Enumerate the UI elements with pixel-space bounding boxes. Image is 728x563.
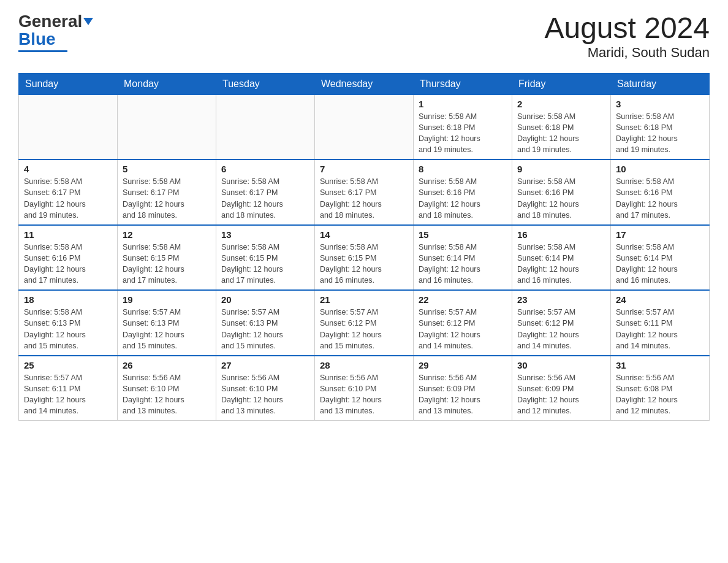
- day-info: Sunrise: 5:56 AM Sunset: 6:09 PM Dayligh…: [419, 372, 507, 417]
- day-info: Sunrise: 5:58 AM Sunset: 6:14 PM Dayligh…: [517, 242, 605, 286]
- calendar-cell: 24Sunrise: 5:57 AM Sunset: 6:11 PM Dayli…: [611, 290, 710, 356]
- calendar-cell: 17Sunrise: 5:58 AM Sunset: 6:14 PM Dayli…: [611, 225, 710, 291]
- day-number: 10: [616, 164, 704, 174]
- day-number: 19: [123, 294, 211, 305]
- weekday-header-wednesday: Wednesday: [315, 73, 414, 94]
- day-number: 2: [517, 99, 605, 109]
- calendar-cell: 20Sunrise: 5:57 AM Sunset: 6:13 PM Dayli…: [216, 290, 315, 356]
- day-info: Sunrise: 5:58 AM Sunset: 6:18 PM Dayligh…: [419, 111, 507, 156]
- calendar-cell: 31Sunrise: 5:56 AM Sunset: 6:08 PM Dayli…: [611, 356, 710, 421]
- calendar-cell: 5Sunrise: 5:58 AM Sunset: 6:17 PM Daylig…: [118, 159, 216, 225]
- calendar-cell: 1Sunrise: 5:58 AM Sunset: 6:18 PM Daylig…: [414, 94, 512, 159]
- day-info: Sunrise: 5:56 AM Sunset: 6:09 PM Dayligh…: [517, 372, 605, 417]
- day-number: 23: [517, 294, 605, 305]
- calendar-table: SundayMondayTuesdayWednesdayThursdayFrid…: [18, 73, 710, 421]
- day-number: 15: [419, 229, 507, 240]
- calendar-week-row: 18Sunrise: 5:58 AM Sunset: 6:13 PM Dayli…: [19, 290, 710, 356]
- calendar-cell: 25Sunrise: 5:57 AM Sunset: 6:11 PM Dayli…: [19, 356, 118, 421]
- logo-underline: [18, 50, 67, 52]
- day-info: Sunrise: 5:58 AM Sunset: 6:15 PM Dayligh…: [123, 242, 211, 286]
- day-number: 13: [221, 229, 309, 240]
- day-number: 25: [24, 360, 112, 370]
- calendar-cell: 19Sunrise: 5:57 AM Sunset: 6:13 PM Dayli…: [118, 290, 216, 356]
- calendar-cell: 28Sunrise: 5:56 AM Sunset: 6:10 PM Dayli…: [315, 356, 414, 421]
- page-header: General Blue August 2024 Maridi, South S…: [18, 12, 710, 61]
- calendar-cell: [19, 94, 118, 159]
- calendar-cell: 9Sunrise: 5:58 AM Sunset: 6:16 PM Daylig…: [512, 159, 611, 225]
- day-number: 26: [123, 360, 211, 370]
- calendar-cell: 10Sunrise: 5:58 AM Sunset: 6:16 PM Dayli…: [611, 159, 710, 225]
- calendar-cell: 30Sunrise: 5:56 AM Sunset: 6:09 PM Dayli…: [512, 356, 611, 421]
- day-info: Sunrise: 5:57 AM Sunset: 6:12 PM Dayligh…: [419, 307, 507, 351]
- day-info: Sunrise: 5:58 AM Sunset: 6:13 PM Dayligh…: [24, 307, 112, 351]
- weekday-header-sunday: Sunday: [19, 73, 118, 94]
- calendar-week-row: 11Sunrise: 5:58 AM Sunset: 6:16 PM Dayli…: [19, 225, 710, 291]
- month-title: August 2024: [544, 12, 710, 45]
- day-info: Sunrise: 5:58 AM Sunset: 6:16 PM Dayligh…: [616, 176, 704, 221]
- day-info: Sunrise: 5:58 AM Sunset: 6:17 PM Dayligh…: [24, 176, 112, 221]
- day-number: 9: [517, 164, 605, 174]
- calendar-cell: 13Sunrise: 5:58 AM Sunset: 6:15 PM Dayli…: [216, 225, 315, 291]
- day-number: 5: [123, 164, 211, 174]
- day-info: Sunrise: 5:57 AM Sunset: 6:12 PM Dayligh…: [517, 307, 605, 351]
- calendar-cell: 21Sunrise: 5:57 AM Sunset: 6:12 PM Dayli…: [315, 290, 414, 356]
- day-info: Sunrise: 5:57 AM Sunset: 6:12 PM Dayligh…: [320, 307, 408, 351]
- calendar-week-row: 4Sunrise: 5:58 AM Sunset: 6:17 PM Daylig…: [19, 159, 710, 225]
- calendar-cell: 22Sunrise: 5:57 AM Sunset: 6:12 PM Dayli…: [414, 290, 512, 356]
- logo: General Blue: [18, 12, 93, 52]
- day-number: 27: [221, 360, 309, 370]
- day-info: Sunrise: 5:58 AM Sunset: 6:16 PM Dayligh…: [24, 242, 112, 286]
- calendar-cell: [315, 94, 414, 159]
- day-number: 21: [320, 294, 408, 305]
- calendar-cell: 18Sunrise: 5:58 AM Sunset: 6:13 PM Dayli…: [19, 290, 118, 356]
- calendar-cell: 14Sunrise: 5:58 AM Sunset: 6:15 PM Dayli…: [315, 225, 414, 291]
- day-number: 31: [616, 360, 704, 370]
- day-info: Sunrise: 5:57 AM Sunset: 6:13 PM Dayligh…: [123, 307, 211, 351]
- day-info: Sunrise: 5:56 AM Sunset: 6:10 PM Dayligh…: [221, 372, 309, 417]
- day-number: 6: [221, 164, 309, 174]
- calendar-cell: 4Sunrise: 5:58 AM Sunset: 6:17 PM Daylig…: [19, 159, 118, 225]
- day-info: Sunrise: 5:58 AM Sunset: 6:15 PM Dayligh…: [221, 242, 309, 286]
- day-number: 7: [320, 164, 408, 174]
- calendar-cell: 6Sunrise: 5:58 AM Sunset: 6:17 PM Daylig…: [216, 159, 315, 225]
- day-info: Sunrise: 5:58 AM Sunset: 6:16 PM Dayligh…: [419, 176, 507, 221]
- day-info: Sunrise: 5:56 AM Sunset: 6:08 PM Dayligh…: [616, 372, 704, 417]
- day-number: 28: [320, 360, 408, 370]
- day-number: 22: [419, 294, 507, 305]
- day-info: Sunrise: 5:58 AM Sunset: 6:18 PM Dayligh…: [616, 111, 704, 156]
- day-info: Sunrise: 5:58 AM Sunset: 6:16 PM Dayligh…: [517, 176, 605, 221]
- day-info: Sunrise: 5:58 AM Sunset: 6:14 PM Dayligh…: [616, 242, 704, 286]
- day-info: Sunrise: 5:58 AM Sunset: 6:18 PM Dayligh…: [517, 111, 605, 156]
- calendar-cell: 16Sunrise: 5:58 AM Sunset: 6:14 PM Dayli…: [512, 225, 611, 291]
- day-number: 14: [320, 229, 408, 240]
- day-number: 8: [419, 164, 507, 174]
- day-number: 18: [24, 294, 112, 305]
- calendar-week-row: 25Sunrise: 5:57 AM Sunset: 6:11 PM Dayli…: [19, 356, 710, 421]
- day-number: 20: [221, 294, 309, 305]
- calendar-cell: 23Sunrise: 5:57 AM Sunset: 6:12 PM Dayli…: [512, 290, 611, 356]
- day-number: 16: [517, 229, 605, 240]
- calendar-cell: 15Sunrise: 5:58 AM Sunset: 6:14 PM Dayli…: [414, 225, 512, 291]
- weekday-header-thursday: Thursday: [414, 73, 512, 94]
- weekday-header-tuesday: Tuesday: [216, 73, 315, 94]
- day-number: 29: [419, 360, 507, 370]
- day-info: Sunrise: 5:58 AM Sunset: 6:17 PM Dayligh…: [320, 176, 408, 221]
- day-info: Sunrise: 5:58 AM Sunset: 6:15 PM Dayligh…: [320, 242, 408, 286]
- day-info: Sunrise: 5:57 AM Sunset: 6:11 PM Dayligh…: [24, 372, 112, 417]
- calendar-week-row: 1Sunrise: 5:58 AM Sunset: 6:18 PM Daylig…: [19, 94, 710, 159]
- calendar-cell: 7Sunrise: 5:58 AM Sunset: 6:17 PM Daylig…: [315, 159, 414, 225]
- day-number: 3: [616, 99, 704, 109]
- calendar-cell: 29Sunrise: 5:56 AM Sunset: 6:09 PM Dayli…: [414, 356, 512, 421]
- svg-marker-0: [83, 18, 93, 25]
- day-info: Sunrise: 5:56 AM Sunset: 6:10 PM Dayligh…: [320, 372, 408, 417]
- day-number: 30: [517, 360, 605, 370]
- location-title: Maridi, South Sudan: [544, 45, 710, 61]
- day-info: Sunrise: 5:56 AM Sunset: 6:10 PM Dayligh…: [123, 372, 211, 417]
- day-info: Sunrise: 5:58 AM Sunset: 6:17 PM Dayligh…: [123, 176, 211, 221]
- day-number: 17: [616, 229, 704, 240]
- logo-triangle-icon: [83, 18, 93, 25]
- day-number: 12: [123, 229, 211, 240]
- day-number: 24: [616, 294, 704, 305]
- logo-blue-text: Blue: [18, 30, 56, 49]
- day-number: 1: [419, 99, 507, 109]
